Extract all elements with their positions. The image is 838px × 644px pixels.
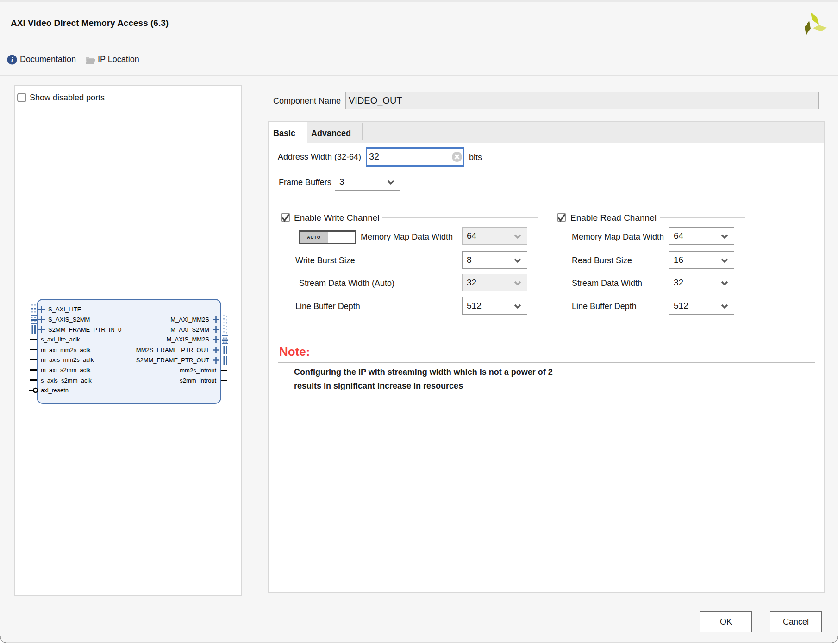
svg-text:i: i	[11, 56, 13, 64]
